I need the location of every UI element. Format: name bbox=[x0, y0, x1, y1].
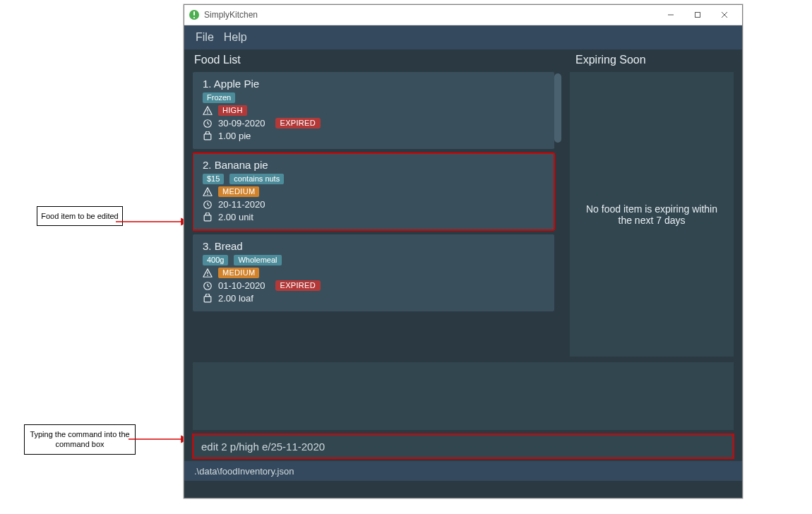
clock-icon bbox=[203, 281, 213, 291]
quantity-icon bbox=[203, 294, 213, 304]
food-tags-row: 400gWholemeal bbox=[203, 255, 544, 265]
food-date: 30-09-2020 bbox=[218, 118, 265, 128]
food-date: 20-11-2020 bbox=[218, 199, 265, 210]
status-badge: EXPIRED bbox=[275, 280, 321, 291]
svg-rect-6 bbox=[695, 13, 700, 18]
menu-help[interactable]: Help bbox=[224, 31, 247, 44]
food-priority-row: MEDIUM bbox=[203, 268, 544, 278]
svg-line-25 bbox=[208, 286, 209, 287]
food-tag: 400g bbox=[203, 255, 228, 265]
food-card-title: 3. Bread bbox=[203, 240, 544, 252]
lower-area: .\data\foodInventory.json bbox=[184, 361, 742, 498]
titlebar: SimplyKitchen bbox=[184, 5, 742, 25]
status-path: .\data\foodInventory.json bbox=[194, 466, 294, 477]
food-qty: 1.00 pie bbox=[218, 131, 251, 141]
minimize-button[interactable] bbox=[657, 5, 684, 25]
clock-icon bbox=[203, 119, 213, 128]
food-qty: 2.00 loaf bbox=[218, 293, 253, 304]
food-card-title: 2. Banana pie bbox=[203, 159, 544, 171]
food-priority-row: HIGH bbox=[203, 105, 544, 116]
callout-command: Typing the command into the command box bbox=[24, 424, 136, 455]
svg-rect-3 bbox=[193, 11, 195, 16]
food-tags-row: $15contains nuts bbox=[203, 174, 544, 184]
menu-file[interactable]: File bbox=[196, 31, 214, 44]
svg-line-13 bbox=[208, 124, 209, 124]
quantity-icon bbox=[203, 131, 213, 141]
clock-icon bbox=[203, 200, 213, 210]
food-card-title: 1. Apple Pie bbox=[203, 78, 544, 90]
food-tags-row: Frozen bbox=[203, 92, 544, 103]
food-qty: 2.00 unit bbox=[218, 212, 253, 222]
food-card[interactable]: 3. Bread400gWholemealMEDIUM01-10-2020EXP… bbox=[193, 234, 554, 311]
app-window: SimplyKitchen File Help Fo bbox=[184, 4, 743, 498]
food-tag: Frozen bbox=[203, 92, 235, 103]
food-date-row: 20-11-2020 bbox=[203, 199, 544, 210]
svg-point-16 bbox=[207, 193, 208, 195]
food-date: 01-10-2020 bbox=[218, 280, 265, 291]
svg-line-19 bbox=[208, 205, 209, 205]
svg-point-22 bbox=[207, 275, 208, 276]
food-qty-row: 2.00 unit bbox=[203, 212, 544, 222]
svg-rect-14 bbox=[204, 133, 211, 139]
food-list: 1. Apple PieFrozenHIGH30-09-2020EXPIRED1… bbox=[193, 72, 561, 357]
food-date-row: 01-10-2020EXPIRED bbox=[203, 280, 544, 291]
result-display bbox=[193, 362, 734, 430]
food-card[interactable]: 1. Apple PieFrozenHIGH30-09-2020EXPIRED1… bbox=[193, 72, 554, 149]
callout-edit: Food item to be edited bbox=[37, 206, 123, 226]
expiring-empty-message: No food item is expiring within the next… bbox=[570, 72, 734, 357]
maximize-button[interactable] bbox=[684, 5, 711, 25]
food-tag: Wholemeal bbox=[234, 255, 281, 265]
warning-icon bbox=[203, 106, 213, 116]
svg-point-4 bbox=[193, 17, 195, 18]
food-list-header: Food List bbox=[184, 49, 566, 72]
warning-icon bbox=[203, 187, 213, 197]
command-input[interactable] bbox=[200, 440, 727, 453]
svg-rect-26 bbox=[204, 296, 211, 301]
svg-rect-20 bbox=[204, 215, 211, 220]
status-bar: .\data\foodInventory.json bbox=[184, 461, 742, 481]
quantity-icon bbox=[203, 213, 213, 222]
food-tag: contains nuts bbox=[229, 174, 284, 184]
priority-badge: MEDIUM bbox=[218, 268, 259, 278]
window-title: SimplyKitchen bbox=[204, 10, 653, 20]
window-buttons bbox=[657, 5, 738, 25]
menubar: File Help bbox=[184, 25, 742, 49]
svg-point-10 bbox=[207, 112, 208, 114]
food-card[interactable]: 2. Banana pie$15contains nutsMEDIUM20-11… bbox=[193, 153, 554, 230]
food-list-column: Food List 1. Apple PieFrozenHIGH30-09-20… bbox=[184, 49, 566, 361]
food-date-row: 30-09-2020EXPIRED bbox=[203, 118, 544, 128]
warning-icon bbox=[203, 268, 213, 278]
command-box[interactable] bbox=[193, 434, 734, 458]
stage: Food item to be edited Typing the comman… bbox=[0, 0, 812, 514]
status-badge: EXPIRED bbox=[275, 118, 321, 128]
expiring-header: Expiring Soon bbox=[566, 49, 742, 72]
food-tag: $15 bbox=[203, 174, 224, 184]
close-button[interactable] bbox=[711, 5, 738, 25]
expiring-column: Expiring Soon No food item is expiring w… bbox=[566, 49, 742, 361]
food-qty-row: 1.00 pie bbox=[203, 131, 544, 141]
app-icon bbox=[189, 9, 200, 20]
arrow-to-food-item bbox=[116, 216, 193, 227]
food-list-scrollbar[interactable] bbox=[554, 73, 561, 143]
content-area: Food List 1. Apple PieFrozenHIGH30-09-20… bbox=[184, 49, 742, 361]
food-qty-row: 2.00 loaf bbox=[203, 293, 544, 304]
priority-badge: HIGH bbox=[218, 105, 247, 116]
priority-badge: MEDIUM bbox=[218, 186, 259, 197]
food-priority-row: MEDIUM bbox=[203, 186, 544, 197]
